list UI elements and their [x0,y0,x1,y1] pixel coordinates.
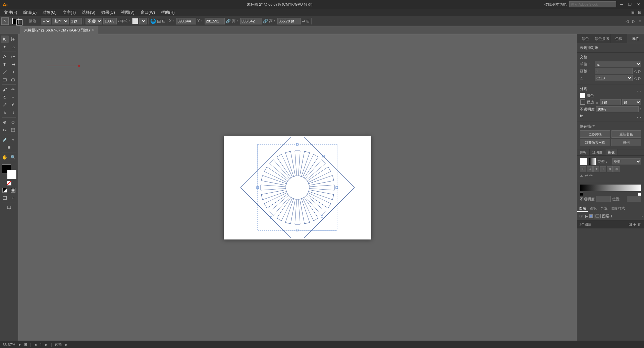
status-arrow[interactable]: ► [65,343,68,347]
grid-icon[interactable]: ⊞ [157,18,161,24]
pages-collapse-icon[interactable]: ▷ [638,69,641,73]
menu-view[interactable]: 视图(V) [118,9,137,16]
opacity-arrow[interactable]: › [118,19,119,23]
opacity-ap-value[interactable] [596,106,639,112]
tab-swatches[interactable]: 色板 [611,34,628,43]
gradient-edit-icon[interactable]: ✏ [589,173,593,178]
g-location-input[interactable] [627,196,642,202]
rect-sub-btn[interactable] [9,76,17,83]
menu-window[interactable]: 窗口(W) [138,9,158,16]
fill-color-swatch[interactable] [580,93,585,98]
gradient-bar[interactable] [580,185,641,191]
recolor-btn[interactable]: 重新着色 [611,130,642,138]
stroke-swatch[interactable] [16,19,22,25]
paintbrush-btn[interactable]: 🖌 [1,86,9,93]
ltab-graphic-styles[interactable]: 图形样式 [609,205,627,212]
menu-edit[interactable]: 编辑(E) [20,9,39,16]
path-offset-btn[interactable]: 位移路径 [580,130,610,138]
stroke-unit-select[interactable]: pt [622,99,641,105]
wh-lock-icon[interactable]: 🔗 [263,19,268,23]
style-swatch[interactable] [132,18,138,24]
y-value[interactable] [205,18,225,24]
align-pixel-btn[interactable]: 对齐像素网格 [580,139,610,146]
stroke-type-dropdown[interactable]: 基本 [52,18,69,24]
rect-btn[interactable] [1,76,9,83]
pencil-btn[interactable]: ✏ [9,86,17,93]
align-center-h-btn[interactable]: ⊣ [587,166,593,172]
stroke-color-swatch[interactable] [580,99,585,105]
layer-name[interactable]: 图层 1 [602,214,639,219]
direct-select-btn[interactable] [9,36,17,43]
warp-btn[interactable]: ≋ [1,109,9,116]
pen-btn[interactable] [1,53,9,60]
layer-lock-icon[interactable]: ○ [641,214,643,218]
magic-wand-btn[interactable]: ✦ [1,43,9,51]
globe-icon[interactable]: 🌐 [150,18,156,24]
layer-expand-icon[interactable]: ▶ [585,214,588,218]
arrange-icon2[interactable]: ⊟ [637,10,643,15]
live-paint-btn[interactable]: ⬡ [9,119,17,126]
align-icon[interactable]: ⊟ [162,19,165,23]
line-sub-btn[interactable]: ✦ [9,68,17,76]
x-value[interactable] [176,18,196,24]
style-dropdown[interactable]: ▼ [139,18,147,24]
gradient-mode-btn[interactable] [9,187,17,194]
status-fit-icon[interactable]: ⊞ [24,342,27,347]
canvas-area[interactable] [18,34,577,341]
arrange-btn[interactable]: 排列 [611,139,642,146]
opacity-arrow-btn[interactable]: › [640,107,641,112]
ltab-appearance[interactable]: 外观 [599,205,609,212]
rotate-btn[interactable]: ↻ [1,93,9,101]
tab-active[interactable]: 未标题-2* @ 66.67% (CMYK/GPU 预览) × [20,26,98,34]
gradient-preview-swatch[interactable] [589,158,596,165]
menu-file[interactable]: 文件(F) [1,9,20,16]
shear-btn[interactable] [9,101,17,109]
toolbar-select[interactable]: ↖ [1,17,9,25]
lasso-btn[interactable]: ⌓ [9,43,17,51]
angle-icon1[interactable]: ◁ [634,76,637,80]
menu-effect[interactable]: 效果(C) [99,9,118,16]
menu-object[interactable]: 对象(O) [40,9,59,16]
tp-tab-transparency[interactable]: 透明度 [590,149,605,155]
align-right-btn[interactable]: ⊤ [593,166,599,172]
blend-btn[interactable]: ⟡ [9,136,17,143]
layers-add-icon[interactable]: + [633,222,636,227]
tab-color[interactable]: 颜色 [577,34,594,43]
ltab-artboards[interactable]: 画板 [588,205,599,212]
close-btn[interactable]: ✕ [636,2,641,7]
pages-expand-icon[interactable]: ◁ [634,69,637,73]
page-nav-prev[interactable]: ◄ [34,343,37,347]
transform-more-icon[interactable]: ⇌ [302,19,305,23]
align-top-btn[interactable]: ⊥ [600,166,606,172]
layers-delete-icon[interactable]: 🗑 [637,222,641,227]
page-nav-next[interactable]: ► [45,343,48,347]
w-value[interactable] [240,18,262,24]
type-sub-btn[interactable]: T [9,61,17,68]
align-bottom-btn[interactable]: ⊟ [613,166,620,172]
opacity-dropdown[interactable]: 不透明度 [86,18,102,24]
menu-text[interactable]: 文字(T) [60,9,78,16]
tab-properties[interactable]: 属性 [627,34,644,43]
gradient-stop-left[interactable] [580,193,583,196]
more-options-icon[interactable]: ≡ [638,19,643,23]
line-btn[interactable] [1,68,9,76]
gradient-reset-icon[interactable]: ↩ [585,173,588,178]
restore-btn[interactable]: ❐ [627,2,633,7]
xy-lock-icon[interactable]: 🔗 [226,19,231,23]
slice-btn[interactable] [1,126,9,134]
minimize-btn[interactable]: ─ [619,2,624,6]
unit-select[interactable]: 点 [595,61,641,67]
selection-tool-btn[interactable] [1,36,9,43]
artboard-btn[interactable] [9,126,17,134]
h-value[interactable] [277,18,301,24]
menu-help[interactable]: 帮助(H) [158,9,177,16]
angle-select[interactable]: 321.3 [595,75,633,81]
expand-panels-icon[interactable]: ◁ [624,19,630,23]
layers-locate-icon[interactable]: ⊡ [629,222,632,227]
layer-eye-icon[interactable] [579,213,584,219]
stock-search[interactable] [569,1,616,7]
pages-value[interactable] [595,68,633,74]
status-zoom-arrow[interactable]: ▼ [18,343,21,347]
stroke-ap-value[interactable] [600,99,621,105]
ltab-layers[interactable]: 图层 [577,205,588,212]
